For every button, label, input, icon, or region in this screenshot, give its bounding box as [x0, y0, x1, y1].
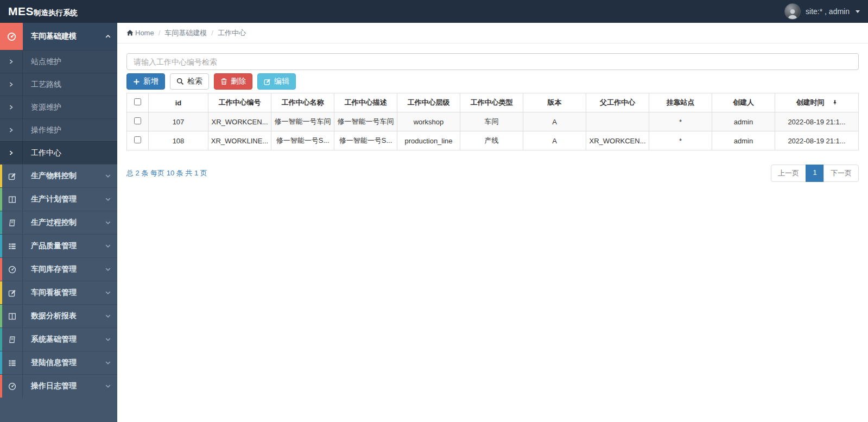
column-header-work-center-desc[interactable]: 工作中心描述	[334, 93, 397, 112]
chevron-down-icon	[99, 305, 117, 327]
chevron-right-icon	[0, 119, 23, 141]
next-page-button[interactable]: 下一页	[823, 165, 859, 182]
sidebar-item-workshop-board-management[interactable]: 车间看板管理	[0, 281, 117, 304]
search-icon	[176, 78, 184, 85]
sidebar-item-label: 工艺路线	[23, 73, 117, 96]
mes-app: MES制造执行系统 site:* , admin 车间基础建模 站点维护	[0, 0, 868, 422]
home-icon	[126, 29, 134, 36]
column-header-work-center-type[interactable]: 工作中心类型	[460, 93, 523, 112]
brand-mes-text: MES	[8, 5, 34, 18]
sidebar-item-operation-maintenance[interactable]: 操作维护	[0, 118, 117, 141]
breadcrumb-level1[interactable]: 车间基础建模	[164, 28, 207, 38]
row-checkbox[interactable]	[134, 136, 141, 143]
column-header-attached-station[interactable]: 挂靠站点	[649, 93, 712, 112]
table-row[interactable]: 108 XR_WORKLINE... 修一智能一号S... 修一智能一号S...…	[127, 131, 859, 150]
cell-work-center-type: 车间	[460, 112, 523, 131]
sidebar-item-workshop-inventory-management[interactable]: 车间库存管理	[0, 257, 117, 281]
work-center-table: id 工作中心编号 工作中心名称 工作中心描述 工作中心层级 工作中心类型 版本…	[126, 93, 859, 150]
cell-creator: admin	[712, 112, 775, 131]
gauge-icon	[2, 375, 23, 398]
sidebar-item-system-base-management[interactable]: 系统基础管理	[0, 327, 117, 351]
sidebar-item-login-info-management[interactable]: 登陆信息管理	[0, 351, 117, 374]
sidebar-item-work-center[interactable]: 工作中心	[0, 141, 117, 164]
add-button[interactable]: 新增	[126, 73, 165, 90]
cell-attached-station: *	[649, 131, 712, 150]
sidebar-item-product-quality-management[interactable]: 产品质量管理	[0, 234, 117, 257]
sidebar-item-production-process-control[interactable]: 生产过程控制	[0, 211, 117, 234]
delete-button[interactable]: 删除	[214, 73, 252, 90]
cell-version: A	[523, 112, 586, 131]
table-footer: 总 2 条 每页 10 条 共 1 页 上一页 1 下一页	[126, 165, 859, 182]
pin-icon[interactable]	[832, 99, 838, 107]
column-header-creator[interactable]: 创建人	[712, 93, 775, 112]
cell-work-center-name: 修一智能一号S...	[271, 131, 334, 150]
breadcrumb-separator: /	[159, 29, 161, 37]
sidebar-item-station-maintenance[interactable]: 站点维护	[0, 50, 117, 73]
cell-create-time: 2022-08-19 21:1...	[775, 131, 859, 150]
cell-id: 108	[149, 131, 208, 150]
trash-icon	[220, 78, 227, 85]
column-header-parent-work-center[interactable]: 父工作中心	[586, 93, 649, 112]
sidebar-item-production-plan-management[interactable]: 生产计划管理	[0, 187, 117, 211]
column-header-work-center-level[interactable]: 工作中心层级	[397, 93, 460, 112]
row-checkbox[interactable]	[134, 117, 141, 124]
select-all-checkbox[interactable]	[134, 98, 141, 105]
brand-subtitle: 制造执行系统	[34, 8, 78, 18]
cell-work-center-desc: 修一智能一号S...	[334, 131, 397, 150]
breadcrumb: Home / 车间基础建模 / 工作中心	[117, 23, 868, 43]
list-icon	[2, 235, 23, 257]
column-header-id[interactable]: id	[149, 93, 208, 112]
sidebar-item-label: 数据分析报表	[23, 305, 99, 327]
page-1-button[interactable]: 1	[806, 165, 824, 182]
cell-work-center-name: 修一智能一号车间	[271, 112, 334, 131]
search-input[interactable]	[126, 53, 859, 70]
book-icon	[2, 211, 23, 234]
column-header-version[interactable]: 版本	[523, 93, 586, 112]
table-row[interactable]: 107 XR_WORKCEN... 修一智能一号车间 修一智能一号车间 work…	[127, 112, 859, 131]
sidebar-submenu: 站点维护 工艺路线 资源维护 操作维护 工作中心	[0, 50, 117, 164]
column-header-work-center-code[interactable]: 工作中心编号	[208, 93, 271, 112]
cell-id: 107	[149, 112, 208, 131]
chevron-up-icon	[99, 23, 117, 50]
sidebar-item-label: 登陆信息管理	[23, 351, 99, 374]
main-area: Home / 车间基础建模 / 工作中心 新增 检索 删除	[117, 23, 868, 422]
sidebar-item-label: 生产计划管理	[23, 188, 99, 211]
sidebar-item-process-route[interactable]: 工艺路线	[0, 73, 117, 96]
breadcrumb-home[interactable]: Home	[135, 29, 154, 37]
edit-button-label: 编辑	[274, 77, 289, 86]
row-select-cell	[127, 112, 149, 131]
sidebar-item-label: 操作维护	[23, 119, 117, 141]
search-button[interactable]: 检索	[170, 73, 209, 90]
sidebar-item-data-analysis-reports[interactable]: 数据分析报表	[0, 304, 117, 327]
edit-button[interactable]: 编辑	[257, 73, 296, 90]
cell-work-center-level: workshop	[397, 112, 460, 131]
brand-logo[interactable]: MES制造执行系统	[8, 5, 78, 18]
column-header-create-time[interactable]: 创建时间	[775, 93, 859, 112]
cell-work-center-type: 产线	[460, 131, 523, 150]
user-menu[interactable]: site:* , admin	[784, 3, 860, 20]
sidebar-item-label: 系统基础管理	[23, 328, 99, 351]
top-navbar: MES制造执行系统 site:* , admin	[0, 0, 868, 23]
sidebar-item-label: 车间库存管理	[23, 258, 99, 281]
sidebar-item-label: 生产物料控制	[23, 165, 99, 187]
cell-parent-work-center	[586, 112, 649, 131]
caret-down-icon	[856, 10, 860, 13]
sidebar-item-production-material-control[interactable]: 生产物料控制	[0, 164, 117, 187]
edit-icon	[264, 78, 271, 85]
cell-work-center-code: XR_WORKLINE...	[208, 131, 271, 150]
sidebar-item-label: 工作中心	[23, 142, 117, 164]
breadcrumb-separator: /	[211, 29, 213, 37]
cell-version: A	[523, 131, 586, 150]
sidebar-item-resource-maintenance[interactable]: 资源维护	[0, 96, 117, 118]
pagination-summary: 总 2 条 每页 10 条 共 1 页	[126, 168, 207, 178]
user-label: site:* , admin	[806, 7, 850, 16]
sidebar-item-operation-log-management[interactable]: 操作日志管理	[0, 374, 117, 398]
chevron-down-icon	[99, 211, 117, 234]
column-header-work-center-name[interactable]: 工作中心名称	[271, 93, 334, 112]
sidebar-item-workshop-base-modeling[interactable]: 车间基础建模	[0, 23, 117, 50]
sidebar-item-label: 产品质量管理	[23, 235, 99, 257]
columns-icon	[2, 305, 23, 327]
sidebar: 车间基础建模 站点维护 工艺路线 资源维护 操作维护	[0, 23, 117, 422]
cell-creator: admin	[712, 131, 775, 150]
prev-page-button[interactable]: 上一页	[771, 165, 806, 182]
